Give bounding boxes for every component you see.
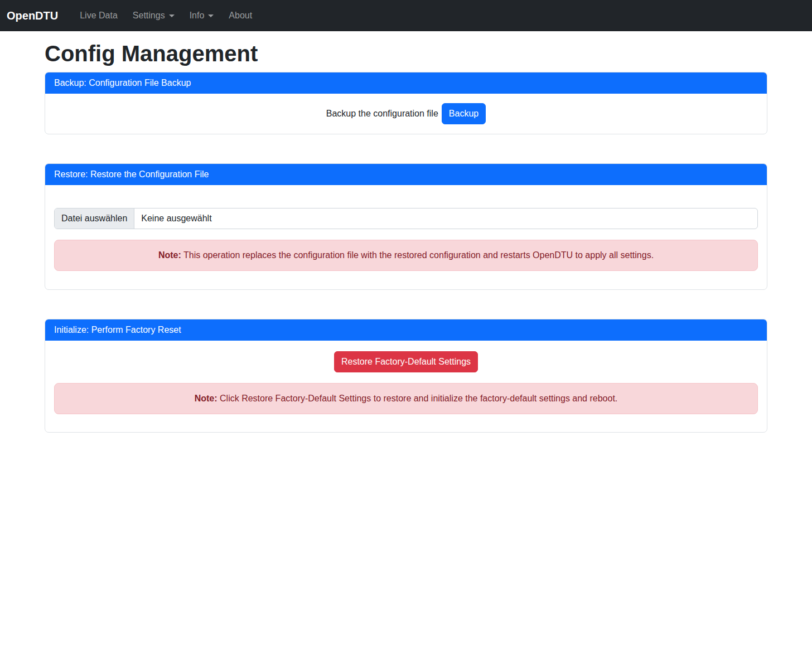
factory-reset-note-alert: Note: Click Restore Factory-Default Sett…	[54, 383, 758, 414]
factory-reset-card-body: Restore Factory-Default Settings Note: C…	[45, 341, 767, 432]
page-title: Config Management	[45, 40, 767, 67]
restore-note-alert: Note: This operation replaces the config…	[54, 240, 758, 271]
factory-reset-note-text: Click Restore Factory-Default Settings t…	[218, 394, 618, 403]
backup-card-body: Backup the configuration file Backup	[45, 94, 767, 134]
restore-note-label: Note:	[158, 250, 181, 260]
nav-item-settings-label: Settings	[133, 11, 165, 21]
nav-item-about-label: About	[229, 11, 252, 21]
chevron-down-icon	[169, 14, 175, 17]
factory-reset-note-label: Note:	[195, 394, 218, 403]
nav-item-settings[interactable]: Settings	[133, 6, 175, 25]
restore-card-body: Datei auswählen Keine ausgewählt Note: T…	[45, 185, 767, 289]
nav-item-live-data-label: Live Data	[80, 11, 118, 21]
file-choose-button[interactable]: Datei auswählen	[55, 209, 134, 229]
factory-reset-card: Initialize: Perform Factory Reset Restor…	[45, 319, 767, 433]
nav-item-info[interactable]: Info	[190, 6, 214, 25]
restore-note-text: This operation replaces the configuratio…	[181, 250, 654, 260]
chevron-down-icon	[208, 14, 214, 17]
restore-card-header: Restore: Restore the Configuration File	[45, 164, 767, 185]
backup-description: Backup the configuration file	[326, 109, 438, 119]
backup-button[interactable]: Backup	[442, 103, 486, 124]
factory-reset-card-header: Initialize: Perform Factory Reset	[45, 319, 767, 341]
nav-item-about[interactable]: About	[229, 6, 252, 25]
brand-opendtu[interactable]: OpenDTU	[7, 9, 58, 22]
backup-card: Backup: Configuration File Backup Backup…	[45, 72, 767, 134]
main-container: Config Management Backup: Configuration …	[45, 40, 767, 433]
nav-item-live-data[interactable]: Live Data	[80, 6, 118, 25]
top-navbar: OpenDTU Live Data Settings Info About	[0, 0, 812, 31]
factory-reset-button[interactable]: Restore Factory-Default Settings	[334, 351, 478, 372]
backup-card-header: Backup: Configuration File Backup	[45, 72, 767, 94]
nav-item-info-label: Info	[190, 11, 205, 21]
restore-file-input[interactable]: Datei auswählen Keine ausgewählt	[54, 208, 758, 229]
file-status-text: Keine ausgewählt	[134, 209, 218, 229]
restore-card: Restore: Restore the Configuration File …	[45, 163, 767, 290]
